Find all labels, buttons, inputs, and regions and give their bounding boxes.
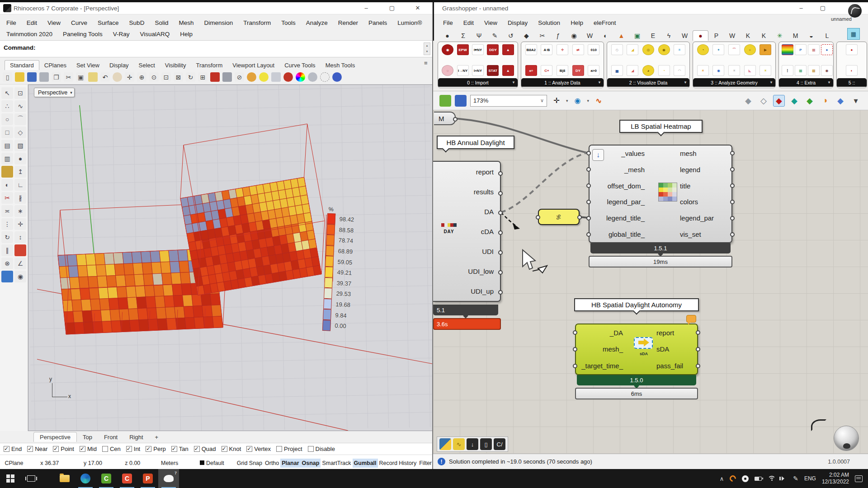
robot-icon[interactable] [222,72,232,82]
viewport-tab-4[interactable]: + [149,432,165,442]
gh-menu-item-4[interactable]: Solution [538,19,560,26]
lamp-icon[interactable] [259,72,269,82]
rhino-menu-item-4[interactable]: Surface [98,19,119,26]
rhino-menu-item-5[interactable]: SubD [129,19,145,26]
widget-icon[interactable] [247,72,256,82]
gh-panel-analyze-data-label[interactable]: 1 :: Analyze Data▼ [521,78,604,87]
rhino-menu-item-2[interactable]: View [47,19,61,26]
analyze-geometry-icon-2[interactable]: ⌒ [728,44,740,55]
status-pane-3[interactable]: Osnap [301,459,321,468]
circle-icon[interactable]: ○ [1,113,13,125]
join-icon[interactable]: ≍ [1,205,13,217]
vray-icon[interactable] [283,72,293,82]
visualize-data-icon-9[interactable]: ◠ [674,65,685,76]
rhino-menu-item-6[interactable]: Solid [155,19,168,26]
lb-spatial-heatmap-component[interactable]: _values_meshoffset_dom_legend_par_legend… [589,145,732,243]
boolean-icon[interactable]: ◐ [1,179,13,191]
status-cplane[interactable]: CPlane [0,460,28,466]
rhino-menu-item-9[interactable]: Transform [243,19,271,26]
gem-blue-icon[interactable]: ◆ [835,95,846,107]
lock-icon[interactable] [271,72,281,82]
gh-category-tab-15[interactable]: W [677,31,693,41]
analyze-geometry-icon-3[interactable]: ● [744,44,756,55]
extra-icon-1[interactable]: P [795,44,807,55]
analyze-data-icon-8[interactable]: DY [572,65,584,76]
array-icon[interactable]: ⋮ [1,218,13,230]
expand-arrow-button[interactable]: ↓ [592,149,604,161]
analyze-data-icon-1[interactable]: A∙B [541,44,552,55]
rotate-icon[interactable]: ↻ [1,231,13,243]
gem-green-icon[interactable]: ◆ [804,95,816,107]
measure-icon[interactable]: ∠ [14,258,26,269]
sphere-icon[interactable]: ● [14,153,26,164]
chevron-down-icon[interactable]: ▾ [70,90,72,95]
osnap-toggle-8[interactable]: Quad [194,446,216,452]
visualize-data-icon-2[interactable]: ◎ [642,44,654,55]
legend-out-nub[interactable] [730,167,735,172]
gh-panel-visualize-data-label[interactable]: 2 :: Visualize Data▼ [607,78,689,87]
hb-annual-daylight-component[interactable]: reportresultsDAcDAUDIUDI_lowUDI_up DAY [433,161,501,302]
cplane-icon[interactable]: ⊘ [235,72,244,82]
extra-icon-3[interactable]: ● [821,44,833,55]
maximize-button[interactable]: ▢ [382,2,402,14]
visualize-data-icon-1[interactable]: ◢ [627,44,638,55]
trim-icon[interactable]: ✂ [1,192,13,204]
gh-open-icon[interactable] [439,95,451,107]
curve-icon[interactable]: ∿ [14,100,26,112]
rhino-menu-item-7[interactable]: Mesh [179,19,193,26]
gh-panel-import-label[interactable]: 0 :: Import▼ [438,78,518,87]
osnap-toggle-11[interactable]: Project [276,446,302,452]
visualize-data-icon-8[interactable]: ◔ [658,65,670,76]
viewport-tab-2[interactable]: Front [98,432,123,442]
gh-category-tab-7[interactable]: ƒ [550,31,566,41]
python-icon[interactable] [439,438,451,450]
legend-par-out-nub[interactable] [730,216,735,221]
analyze-geometry-icon-7[interactable]: ☀ [728,65,740,76]
zoom-extents-icon[interactable]: ✛ [551,95,562,107]
scribble-icon[interactable]: ∿ [453,438,465,450]
target-time-nub[interactable] [573,364,577,368]
gh-save-icon[interactable] [455,95,467,107]
gh-corner-icon[interactable] [848,4,862,18]
rhino-menu-item2-3[interactable]: VisualARQ [140,31,170,38]
legend-par-in-nub[interactable] [586,200,591,204]
osnap-toggle-12[interactable]: Disable [308,446,335,452]
copy-icon[interactable]: ▣ [76,72,85,82]
viewport-tab-3[interactable]: Right [123,432,149,442]
gh-menu-item-1[interactable]: Edit [463,19,474,26]
start-button[interactable] [0,469,21,488]
visualize-data-icon-3[interactable]: ◉ [658,44,670,55]
toolbar-tab-4[interactable]: Select [134,61,160,70]
colorbar-icon[interactable] [782,44,793,55]
print-icon[interactable] [39,72,49,82]
gh-compass-widget[interactable] [834,426,859,451]
powerpoint-button[interactable]: P [137,469,158,488]
surface-icon[interactable]: ▤ [1,140,13,151]
import-icon-6[interactable]: I→NY [457,65,469,76]
new-file-icon[interactable]: ▯ [3,72,12,82]
sda-report-nub[interactable] [696,330,700,335]
import-icon-4[interactable]: ▲ [502,44,514,55]
cda-nub[interactable] [498,230,503,235]
rhino-menu-item-1[interactable]: Edit [27,19,37,26]
gh-panel-extra-label[interactable]: 4 :: Extra▼ [779,78,833,87]
analyze-data-icon-4[interactable]: 010 [588,44,599,55]
paste-icon[interactable] [88,72,98,82]
title-out-nub[interactable] [730,183,735,188]
rhino-menu-item2-4[interactable]: Help [180,31,193,38]
zoom-window-icon[interactable]: ⊡ [161,72,171,82]
gh-category-tab-6[interactable]: ✂ [534,31,550,41]
search-icon[interactable]: ◌ [442,65,453,76]
enscape-tray-icon[interactable] [728,474,737,483]
extra-icon-5[interactable]: ▦ [795,65,807,76]
da-nub[interactable] [498,211,503,215]
caret-icon[interactable]: ▾ [566,99,568,103]
status-pane-2[interactable]: Planar [280,459,300,468]
toolbar-tab-0[interactable]: Standard [5,60,39,70]
visualize-data-icon-5[interactable]: ▅ [611,65,623,76]
gh-minimize-button[interactable]: – [791,2,811,14]
toolbar-tab-8[interactable]: Curve Tools [279,61,320,70]
viewport-title-pill[interactable]: Perspective ▾ [34,88,75,97]
toolbar-tab-1[interactable]: CPlanes [39,61,71,70]
recorder-button[interactable]: C [117,469,137,488]
